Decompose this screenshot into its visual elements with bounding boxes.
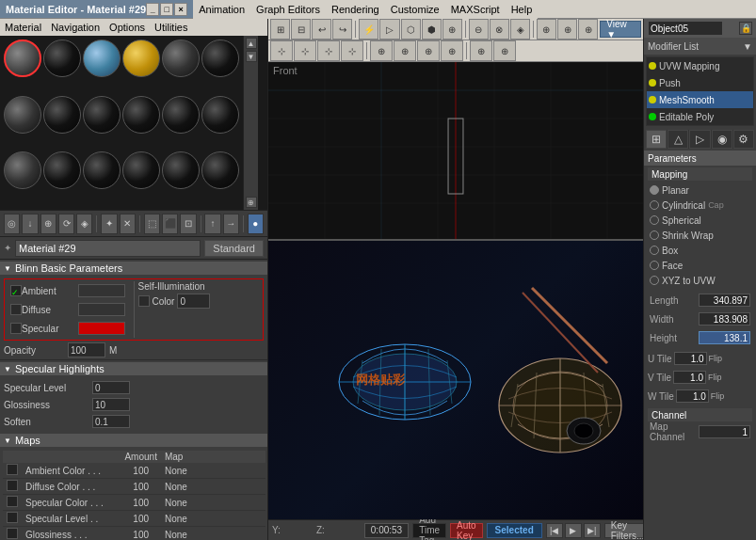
vp-btn-14[interactable]: ⊕	[557, 19, 577, 40]
vp-btn-8[interactable]: ⬢	[422, 19, 442, 40]
sphere-15[interactable]	[83, 151, 121, 189]
pick-material-btn[interactable]: ✦	[101, 214, 117, 234]
view-dropdown[interactable]: View ▼	[600, 21, 641, 38]
go-to-parent-btn[interactable]: ↑	[204, 214, 220, 234]
map-value-0[interactable]: None	[161, 463, 265, 479]
map-check-4[interactable]	[7, 528, 18, 539]
specular-color-swatch[interactable]	[78, 322, 125, 335]
vp-btn-3[interactable]: ↩	[312, 19, 331, 40]
tab-utilities[interactable]: ⚙	[733, 130, 754, 149]
vp-extra-btn-2[interactable]: ⊕	[493, 40, 516, 61]
add-time-tag-btn[interactable]: Add Time Tag	[412, 523, 446, 538]
map-value-4[interactable]: None	[161, 527, 265, 541]
menu-maxscript[interactable]: MAXScript	[445, 0, 506, 19]
vp-btn-13[interactable]: ⊕	[537, 19, 556, 40]
auto-key-button[interactable]: Auto Key	[450, 523, 483, 538]
vp-extra-btn-1[interactable]: ⊕	[470, 40, 492, 61]
sphere-1[interactable]	[4, 40, 41, 77]
mat-menu-material[interactable]: Material	[0, 22, 46, 33]
sphere-8[interactable]	[43, 96, 81, 134]
sphere-4[interactable]	[122, 40, 160, 77]
map-check-0[interactable]	[7, 464, 18, 475]
ambient-checkbox[interactable]	[10, 285, 22, 296]
tab-display[interactable]: ◉	[712, 130, 732, 149]
self-illum-color-checkbox[interactable]	[138, 295, 150, 307]
sphere-9[interactable]	[83, 96, 121, 134]
soften-input[interactable]	[92, 415, 130, 428]
play-btn[interactable]: ▶	[565, 523, 582, 538]
lock-icon[interactable]: 🔒	[739, 22, 752, 35]
modifier-push[interactable]: Push	[647, 74, 753, 91]
opacity-value[interactable]: 100	[68, 342, 105, 357]
width-input[interactable]	[699, 312, 750, 326]
vp-btn-15[interactable]: ⊕	[578, 19, 598, 40]
modifier-meshsmooth[interactable]: MeshSmooth	[647, 91, 753, 108]
diffuse-checkbox[interactable]	[10, 304, 22, 315]
vp-btn-6[interactable]: ▷	[379, 19, 399, 40]
vp-btn-2[interactable]: ⊟	[291, 19, 311, 40]
vp-btn-4[interactable]: ↪	[332, 19, 352, 40]
spec-highlights-header[interactable]: Specular Highlights	[0, 362, 267, 375]
sphere-5[interactable]	[162, 40, 200, 77]
menu-rendering[interactable]: Rendering	[326, 0, 385, 19]
vp-btn-10[interactable]: ⊖	[469, 19, 489, 40]
vp-anim-btn-2[interactable]: ⊕	[394, 40, 416, 61]
face-radio[interactable]	[650, 261, 659, 270]
show-end-btn[interactable]: ⊡	[180, 214, 196, 234]
modifier-editable-poly[interactable]: Editable Poly	[647, 108, 753, 125]
tab-modify[interactable]: ⊞	[646, 130, 667, 149]
cylindrical-radio[interactable]	[650, 200, 659, 210]
assign-material-btn[interactable]: ⊕	[40, 214, 56, 234]
menu-customize[interactable]: Customize	[385, 0, 445, 19]
sphere-11[interactable]	[162, 96, 200, 134]
sphere-12[interactable]	[201, 96, 239, 134]
mat-menu-options[interactable]: Options	[105, 22, 150, 33]
u-tile-input[interactable]	[674, 352, 707, 365]
maps-row-2[interactable]: Specular Color . . . 100 None	[3, 495, 265, 511]
v-tile-input[interactable]	[673, 371, 706, 384]
menu-help[interactable]: Help	[506, 0, 539, 19]
specular-checkbox[interactable]	[10, 323, 22, 334]
mat-menu-utilities[interactable]: Utilities	[150, 22, 192, 33]
minimize-button[interactable]: _	[146, 3, 159, 16]
w-tile-input[interactable]	[676, 389, 709, 403]
reset-map-btn[interactable]: ⟳	[58, 214, 74, 234]
self-illum-value[interactable]: 0	[177, 294, 210, 309]
make-unique-btn[interactable]: ◈	[76, 214, 92, 234]
shrinkwrap-radio[interactable]	[650, 230, 659, 240]
show-hwmap-btn[interactable]: ⬛	[162, 214, 178, 234]
length-input[interactable]	[699, 294, 750, 307]
diffuse-color-swatch[interactable]	[78, 303, 125, 316]
maps-row-3[interactable]: Specular Level . . 100 None	[3, 511, 265, 527]
tab-motion[interactable]: ▷	[689, 130, 710, 149]
options-btn[interactable]: ●	[248, 214, 264, 234]
xyz-radio[interactable]	[650, 276, 659, 285]
box-radio[interactable]	[650, 246, 659, 255]
modifier-list-dropdown-icon[interactable]: ▼	[743, 41, 752, 52]
maps-row-0[interactable]: Ambient Color . . . 100 None	[3, 463, 265, 479]
vp-btn-9[interactable]: ⊕	[442, 19, 462, 40]
height-input[interactable]	[699, 331, 750, 344]
vp-btn-1[interactable]: ⊞	[270, 19, 290, 40]
close-button[interactable]: ×	[174, 3, 187, 16]
sphere-17[interactable]	[162, 151, 200, 189]
next-frame-btn[interactable]: ▶|	[584, 523, 601, 538]
maximize-button[interactable]: □	[160, 3, 173, 16]
show-map-btn[interactable]: ⬚	[144, 214, 160, 234]
spherical-radio[interactable]	[650, 215, 659, 225]
menu-graph-editors[interactable]: Graph Editors	[250, 0, 326, 19]
maps-section-header[interactable]: Maps	[0, 434, 267, 447]
tab-hierarchy[interactable]: △	[668, 130, 688, 149]
sphere-14[interactable]	[43, 151, 81, 189]
prev-frame-btn[interactable]: |◀	[546, 523, 563, 538]
sphere-3[interactable]	[83, 40, 121, 77]
map-value-3[interactable]: None	[161, 511, 265, 527]
map-check-3[interactable]	[7, 512, 18, 523]
map-check-2[interactable]	[7, 496, 18, 507]
mat-menu-navigation[interactable]: Navigation	[46, 22, 105, 33]
sphere-18[interactable]	[201, 151, 239, 189]
material-name-input[interactable]	[15, 240, 201, 257]
object-name-input[interactable]	[648, 21, 723, 36]
maps-row-1[interactable]: Diffuse Color . . . 100 None	[3, 479, 265, 495]
get-material-btn[interactable]: ◎	[4, 214, 20, 234]
